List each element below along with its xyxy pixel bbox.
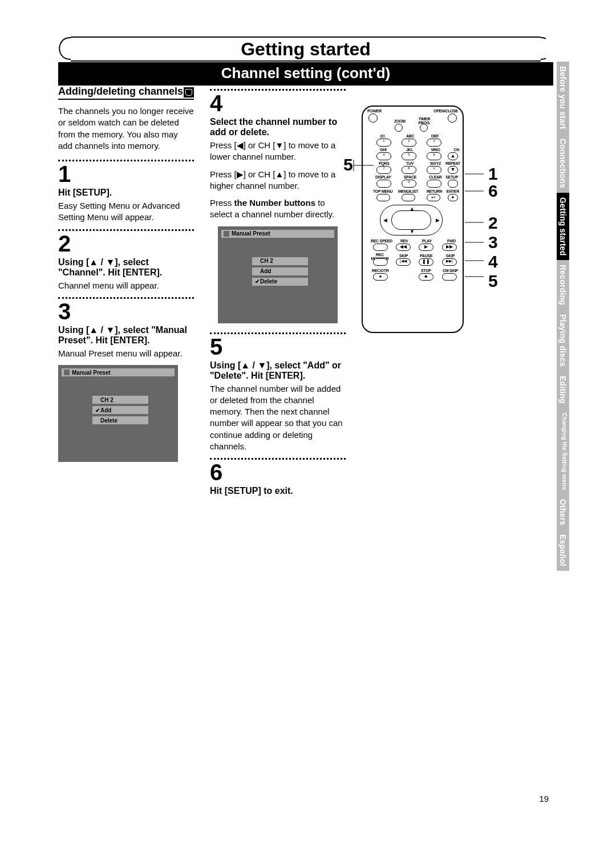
- btn-cmskip: [442, 273, 457, 281]
- lbl-key2: ABC: [406, 134, 414, 138]
- dot-rule: [58, 297, 194, 299]
- osd-title: Manual Preset: [232, 230, 270, 237]
- lbl-key4: GHI: [380, 148, 387, 152]
- btn-power: [368, 113, 378, 123]
- btn-recmon: [373, 258, 388, 266]
- btn-7: 7: [376, 166, 391, 174]
- side-tabs: Before you start Connections Getting sta…: [557, 62, 569, 571]
- callout-4: 4: [488, 252, 498, 271]
- step1-body: Easy Setting Menu or Advanced Setting Me…: [58, 200, 194, 224]
- osd-icon: [64, 370, 70, 375]
- btn-return: ↩: [427, 194, 440, 201]
- btn-topmenu: [376, 194, 390, 201]
- tab-espanol: Español: [557, 530, 569, 571]
- btn-play: ▶: [419, 244, 433, 251]
- tab-changing-setting: Changing the Setting menu: [557, 408, 569, 494]
- step-num-1: 1: [58, 163, 194, 185]
- btn-9: 9: [427, 166, 441, 174]
- dot-rule: [210, 89, 346, 91]
- step1-head: Hit [SETUP].: [58, 188, 194, 198]
- step4-b2: Press [▶] or CH [▲] to move to a higher …: [210, 169, 346, 192]
- osd-del: Delete: [92, 416, 148, 424]
- btn-ch-down: ▼: [448, 166, 458, 174]
- step5-head: Using [▲ / ▼], select "Add" or "Delete".…: [210, 360, 346, 381]
- lbl-pause: PAUSE: [420, 254, 432, 258]
- lbl-ch: CH: [453, 148, 459, 152]
- lbl-key7: PQRS: [379, 161, 390, 165]
- lbl-clear: CLEAR: [429, 175, 442, 179]
- osd-ch: CH 2: [252, 257, 308, 265]
- btn-rev: ◀◀: [396, 244, 411, 251]
- osd-title-bar: Manual Preset: [62, 368, 175, 376]
- osd-title: Manual Preset: [72, 370, 111, 376]
- dot-rule: [210, 332, 346, 334]
- btn-recspeed: [373, 244, 388, 251]
- dot-rule: [58, 160, 194, 161]
- tab-playing-discs: Playing discs: [557, 310, 569, 371]
- btn-pause: ❚❚: [419, 258, 433, 266]
- dot-rule: [58, 229, 194, 231]
- section-title-text: Adding/deleting channels: [58, 86, 183, 98]
- arrow-right-icon: ▶: [436, 217, 440, 223]
- lbl-fwd: FWD: [447, 239, 456, 243]
- lbl-power: POWER: [367, 109, 382, 113]
- lbl-space: SPACE: [404, 175, 416, 179]
- callout-5-left: 5: [343, 155, 353, 175]
- page-header: Getting started: [58, 36, 553, 62]
- step-num-5: 5: [210, 335, 346, 358]
- btn-1: 1: [376, 139, 391, 147]
- btn-openclose: [448, 113, 457, 123]
- btn-skip-fwd: ▶▶|: [442, 258, 457, 266]
- btn-2: 2: [402, 139, 416, 147]
- lbl-key1: @!.: [380, 134, 386, 138]
- lbl-key8: TUV: [406, 161, 414, 165]
- step-num-6: 6: [210, 461, 346, 484]
- middle-column: 4 Select the channel number to add or de…: [210, 86, 346, 496]
- osd-add: Add: [252, 267, 308, 275]
- btn-fwd: ▶▶: [442, 244, 457, 251]
- osd-manual-preset-add: Manual Preset CH 2 ✔Add Delete: [58, 365, 178, 462]
- lbl-key5: JKL: [406, 148, 413, 152]
- lbl-display: DISPLAY: [375, 175, 391, 179]
- lbl-key6: MNO: [431, 148, 440, 152]
- step4-b3: Press the Number buttons to select a cha…: [210, 197, 346, 221]
- arrow-left-icon: ◀: [383, 217, 387, 223]
- btn-4: 4: [376, 152, 391, 160]
- step5-body: The channel number will be added or dele…: [210, 383, 346, 453]
- osd-title-bar: Manual Preset: [221, 230, 334, 238]
- btn-menulist: [402, 194, 415, 201]
- step2-head: Using [▲ / ▼], select "Channel". Hit [EN…: [58, 257, 194, 278]
- callout-5-right: 5: [488, 271, 498, 291]
- callout-6: 6: [488, 181, 498, 201]
- section-intro: The channels you no longer receive or se…: [58, 106, 194, 152]
- lbl-cmskip: CM SKIP: [443, 269, 458, 273]
- lbl-skip: SKIP: [399, 254, 408, 258]
- page-title: Getting started: [235, 38, 376, 60]
- tab-others: Others: [557, 494, 569, 530]
- step3-head: Using [▲ / ▼], select "Manual Preset". H…: [58, 325, 194, 346]
- step4-b1: Press [◀] or CH [▼] to move to a lower c…: [210, 140, 346, 163]
- btn-8: 8: [402, 166, 416, 174]
- btn-skip-back: |◀◀: [396, 258, 411, 266]
- callout-1: 1: [488, 164, 498, 184]
- header-cap-left: [57, 32, 71, 65]
- dot-rule: [210, 458, 346, 460]
- dpad-inner: [391, 210, 431, 230]
- lbl-recspeed: REC SPEED: [371, 239, 392, 243]
- step-num-4: 4: [210, 92, 346, 115]
- lbl-stop: STOP: [421, 269, 431, 273]
- sub-banner: Channel setting (cont'd): [58, 62, 553, 86]
- callout-2: 2: [488, 213, 498, 233]
- antenna-icon: [184, 87, 194, 98]
- osd-del: ✔Delete: [252, 278, 308, 286]
- lbl-repeat: REPEAT: [445, 161, 460, 165]
- lbl-enter: ENTER: [447, 189, 459, 193]
- arrow-down-icon: ▼: [410, 229, 415, 234]
- btn-timer: [420, 124, 428, 132]
- callout-3: 3: [488, 233, 498, 252]
- btn-3: 3: [427, 139, 441, 147]
- btn-5: 5: [402, 152, 416, 160]
- btn-setup: [448, 180, 458, 188]
- lbl-key9: WXYZ: [430, 161, 441, 165]
- btn-clear: [427, 180, 441, 188]
